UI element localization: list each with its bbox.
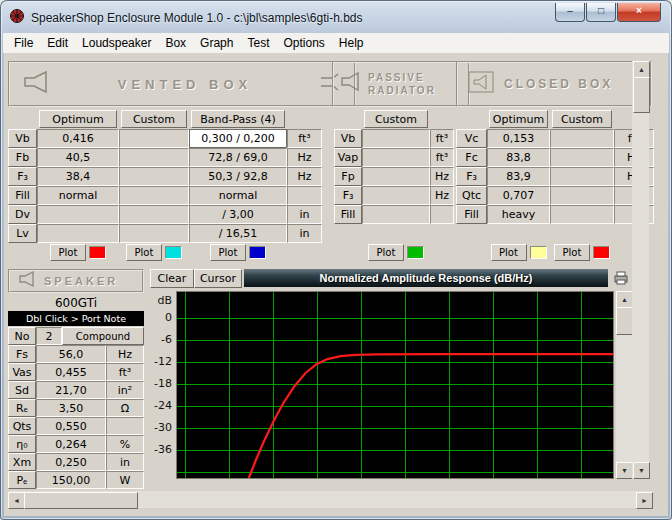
value-cell[interactable]: 56,0 (36, 345, 106, 363)
main-horizontal-scrollbar[interactable]: ◄ ► (8, 491, 653, 508)
passive-custom-button[interactable]: Custom (364, 110, 428, 128)
minimize-button[interactable]: – (555, 3, 585, 22)
unit-cell: Hz (430, 186, 454, 205)
print-graph-button[interactable] (612, 269, 630, 286)
vented-bandpass-button[interactable]: Band-Pass (4) (191, 110, 285, 128)
row-label: Qts (8, 417, 36, 435)
row-label: Lv (8, 224, 37, 243)
value-cell[interactable]: 72,8 / 69,0 (189, 148, 287, 167)
row-label: Vas (8, 363, 36, 381)
menu-item-options[interactable]: Options (276, 34, 331, 52)
value-cell[interactable] (119, 129, 189, 148)
title-bar[interactable]: SpeakerShop Enclosure Module 1.0 - c:\jb… (3, 3, 669, 33)
value-cell[interactable]: 38,4 (37, 167, 119, 186)
value-cell[interactable] (362, 148, 430, 167)
closed-optimum-button[interactable]: Optimum (489, 110, 548, 128)
menu-item-box[interactable]: Box (158, 34, 193, 52)
value-cell[interactable] (119, 186, 189, 205)
close-button[interactable]: × (617, 3, 661, 22)
value-cell[interactable]: 0,153 (487, 129, 550, 148)
value-cell[interactable] (119, 224, 189, 243)
row-label: Pₑ (8, 471, 36, 489)
scroll-up-button[interactable]: ▲ (616, 291, 633, 308)
speaker-panel-title: SPEAKER (44, 275, 118, 287)
row-label: Fp (334, 167, 362, 186)
main-vertical-scrollbar[interactable]: ▲ ▼ (632, 61, 649, 479)
value-cell[interactable]: 21,70 (36, 381, 106, 399)
scroll-right-button[interactable]: ► (636, 492, 653, 509)
value-cell[interactable] (550, 205, 614, 224)
scrollbar-thumb[interactable] (24, 492, 138, 509)
scroll-up-button[interactable]: ▲ (633, 61, 650, 78)
scroll-down-button[interactable]: ▼ (616, 462, 633, 479)
scrollbar-thumb[interactable] (616, 307, 633, 335)
menu-item-loudspeaker[interactable]: Loudspeaker (75, 34, 158, 52)
unit-cell: Hz (287, 167, 322, 186)
row-label: Fb (8, 148, 37, 167)
plot-button[interactable]: Plot (50, 244, 86, 261)
value-cell[interactable]: 83,8 (487, 148, 550, 167)
value-cell[interactable]: 150,00 (36, 471, 106, 489)
value-cell[interactable]: 0,264 (36, 435, 106, 453)
value-cell[interactable] (362, 186, 430, 205)
value-cell[interactable]: 50,3 / 92,8 (189, 167, 287, 186)
active-edit-cell[interactable]: 0,300 / 0,200 (189, 129, 287, 148)
value-cell[interactable]: 0,455 (36, 363, 106, 381)
value-cell[interactable] (362, 167, 430, 186)
row-label: Sd (8, 381, 36, 399)
vented-optimum-button[interactable]: Optimum (39, 110, 117, 128)
y-tick-label: -30 (154, 421, 172, 434)
menu-item-edit[interactable]: Edit (40, 34, 75, 52)
value-cell[interactable] (550, 129, 614, 148)
plot-button[interactable]: Plot (210, 244, 246, 261)
value-cell[interactable] (119, 205, 189, 224)
value-cell[interactable] (550, 167, 614, 186)
value-cell[interactable] (119, 148, 189, 167)
value-cell[interactable] (550, 148, 614, 167)
value-cell[interactable]: 2 (36, 327, 62, 345)
cursor-button[interactable]: Cursor (194, 269, 242, 288)
graph-vertical-scrollbar[interactable]: ▲ ▼ (616, 291, 632, 479)
menu-item-test[interactable]: Test (240, 34, 276, 52)
plot-button[interactable]: Plot (368, 244, 404, 261)
response-plot-area[interactable] (176, 291, 614, 479)
scroll-down-button[interactable]: ▼ (633, 462, 650, 479)
row-label: Fs (8, 345, 36, 363)
closed-custom-button[interactable]: Custom (552, 110, 612, 128)
clear-button[interactable]: Clear (150, 269, 194, 288)
value-cell[interactable]: 0,707 (487, 186, 550, 205)
plot-button[interactable]: Plot (554, 244, 590, 261)
app-window: SpeakerShop Enclosure Module 1.0 - c:\jb… (0, 0, 672, 520)
unit-cell: ft³ (287, 129, 322, 148)
value-cell[interactable]: normal (37, 186, 119, 205)
scrollbar-thumb[interactable] (633, 77, 650, 113)
value-cell[interactable]: normal (189, 186, 287, 205)
value-cell[interactable]: / 3,00 (189, 205, 287, 224)
plot-button[interactable]: Plot (126, 244, 162, 261)
value-cell[interactable]: heavy (487, 205, 550, 224)
value-cell[interactable]: 0,550 (36, 417, 106, 435)
value-cell[interactable] (119, 167, 189, 186)
value-cell[interactable]: 40,5 (37, 148, 119, 167)
value-cell[interactable]: 0,250 (36, 453, 106, 471)
value-cell[interactable] (550, 186, 614, 205)
maximize-button[interactable]: □ (586, 3, 616, 22)
menu-item-help[interactable]: Help (332, 34, 371, 52)
port-note-banner[interactable]: Dbl Click > Port Note (8, 311, 144, 326)
value-cell[interactable]: 0,416 (37, 129, 119, 148)
value-cell[interactable] (362, 205, 430, 224)
compound-button[interactable]: Compound (62, 327, 144, 345)
value-cell[interactable] (362, 129, 430, 148)
plot-control: Plot (550, 243, 614, 261)
unit-cell: % (106, 435, 144, 453)
menu-item-file[interactable]: File (7, 34, 40, 52)
value-cell[interactable]: / 16,51 (189, 224, 287, 243)
plot-button[interactable]: Plot (491, 244, 527, 261)
value-cell[interactable] (37, 224, 119, 243)
value-cell[interactable]: 3,50 (36, 399, 106, 417)
value-cell[interactable]: 83,9 (487, 167, 550, 186)
vented-custom-button[interactable]: Custom (121, 110, 187, 128)
scroll-left-button[interactable]: ◄ (8, 492, 25, 509)
menu-item-graph[interactable]: Graph (193, 34, 240, 52)
value-cell[interactable] (37, 205, 119, 224)
